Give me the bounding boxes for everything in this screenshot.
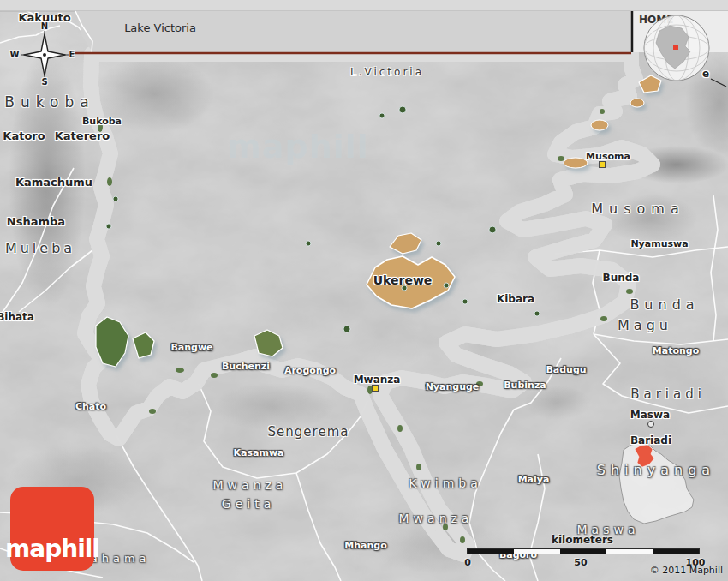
- island-musoma-coast: [564, 158, 588, 168]
- map-page: HOME maphill N W E S KakuutoLake Victori…: [0, 0, 728, 581]
- maphill-watermark: maphill: [227, 128, 369, 165]
- lake-victoria-outside-area: [75, 11, 631, 52]
- top-neighbor-strip: [0, 0, 728, 53]
- maphill-logo-text: maphill: [5, 535, 99, 571]
- copyright-notice: © 2011 Maphill: [650, 565, 723, 576]
- island-ne-2: [591, 120, 608, 130]
- island-ne-3: [630, 99, 644, 107]
- scale-tick-50: 50: [574, 557, 587, 568]
- locator-highlight-marker: [673, 45, 678, 50]
- scale-bar: kilometers 050100: [467, 536, 698, 566]
- locator-globe[interactable]: [644, 15, 709, 81]
- scale-bar-segments: [467, 548, 700, 554]
- maphill-logo[interactable]: maphill: [10, 487, 94, 571]
- map-canvas: HOME: [0, 0, 728, 581]
- scale-tick-0: 0: [464, 557, 471, 568]
- scale-unit-label: kilometers: [552, 534, 613, 546]
